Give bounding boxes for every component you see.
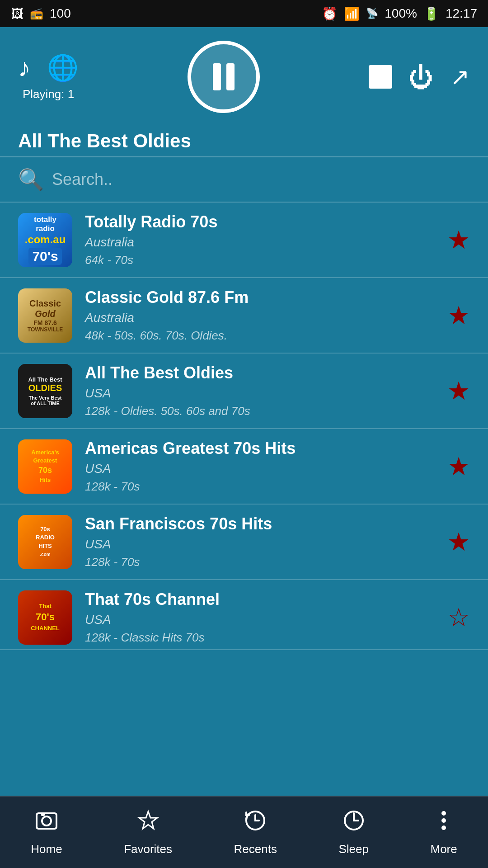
station-country: USA	[85, 462, 435, 476]
now-playing-title: All The Best Oldies	[0, 122, 488, 156]
nav-item-sleep[interactable]: Sleep	[325, 804, 382, 861]
nav-label-more: More	[430, 842, 457, 856]
station-logo: America'sGreatest70sHits	[18, 439, 72, 494]
music-note-icon[interactable]: ♪	[18, 53, 31, 82]
logo-sf-hits: 70sRADIOHITS.com	[18, 515, 72, 569]
station-info: Classic Gold 87.6 Fm Australia 48k - 50s…	[85, 288, 435, 343]
station-country: USA	[85, 613, 435, 627]
logo-americas: America'sGreatest70sHits	[18, 439, 72, 494]
nav-label-favorites: Favorites	[124, 842, 172, 856]
svg-point-9	[441, 818, 446, 823]
logo-classic-gold: Classic Gold FM 87.6 TOWNSVILLE	[18, 288, 72, 343]
station-logo: totally radio .com.au 70's	[18, 213, 72, 267]
station-logo: 70sRADIOHITS.com	[18, 515, 72, 569]
battery-icon: 🔋	[423, 6, 439, 21]
station-info: Totally Radio 70s Australia 64k - 70s	[85, 212, 435, 267]
home-icon	[35, 809, 58, 838]
nav-label-sleep: Sleep	[338, 842, 369, 856]
station-meta: 128k - 70s	[85, 555, 435, 569]
time-display: 12:17	[446, 6, 477, 21]
station-item[interactable]: That70'sCHANNEL That 70s Channel USA 128…	[0, 580, 488, 650]
station-name: Totally Radio 70s	[85, 212, 435, 231]
station-name: That 70s Channel	[85, 590, 435, 609]
station-item[interactable]: America'sGreatest70sHits Americas Greate…	[0, 429, 488, 505]
pause-button[interactable]	[188, 41, 260, 113]
status-bar: 🖼 📻 100 ⏰ 📶 📡 100% 🔋 12:17	[0, 0, 488, 27]
search-bar: 🔍	[0, 157, 488, 203]
nav-item-recents[interactable]: Recents	[221, 804, 291, 861]
search-input[interactable]	[52, 170, 470, 189]
logo-all-best-oldies: All The Best OLDIES The Very Best of ALL…	[18, 364, 72, 418]
favorite-star[interactable]: ★	[447, 527, 470, 557]
signal-icon: 📡	[366, 8, 378, 19]
content-area: ♪ 🌐 Playing: 1 ⏻ ↗ All The Best Oldies	[0, 27, 488, 796]
favorite-star[interactable]: ★	[447, 225, 470, 255]
station-item[interactable]: totally radio .com.au 70's Totally Radio…	[0, 203, 488, 278]
station-list: totally radio .com.au 70's Totally Radio…	[0, 203, 488, 650]
svg-point-8	[441, 811, 446, 816]
station-country: USA	[85, 386, 435, 401]
station-info: San Franciscos 70s Hits USA 128k - 70s	[85, 514, 435, 569]
radio-icon: 📻	[30, 7, 43, 20]
station-item[interactable]: All The Best OLDIES The Very Best of ALL…	[0, 354, 488, 429]
nav-item-home[interactable]: Home	[17, 804, 75, 861]
favorite-star[interactable]: ★	[447, 301, 470, 330]
bottom-nav: Home Favorites Recents	[0, 796, 488, 868]
logo-that70s: That70'sCHANNEL	[18, 590, 72, 645]
globe-icon[interactable]: 🌐	[47, 53, 79, 83]
station-info: That 70s Channel USA 128k - Classic Hits…	[85, 590, 435, 645]
station-name: All The Best Oldies	[85, 363, 435, 382]
station-name: San Franciscos 70s Hits	[85, 514, 435, 533]
station-meta: 128k - Classic Hits 70s	[85, 631, 435, 645]
battery-percent: 100%	[385, 6, 417, 21]
nav-item-favorites[interactable]: Favorites	[110, 804, 186, 861]
station-country: Australia	[85, 311, 435, 325]
status-bar-left: 🖼 📻 100	[11, 6, 71, 21]
station-country: Australia	[85, 235, 435, 250]
station-item[interactable]: Classic Gold FM 87.6 TOWNSVILLE Classic …	[0, 278, 488, 354]
station-logo: Classic Gold FM 87.6 TOWNSVILLE	[18, 288, 72, 343]
station-name: Americas Greatest 70s Hits	[85, 439, 435, 458]
header-controls: ♪ 🌐 Playing: 1 ⏻ ↗	[18, 41, 470, 113]
search-icon: 🔍	[18, 167, 44, 192]
wifi-icon: 📶	[344, 6, 360, 21]
svg-rect-2	[41, 813, 45, 816]
more-icon	[432, 809, 455, 838]
svg-point-10	[441, 826, 446, 830]
share-icon[interactable]: ↗	[450, 63, 470, 90]
favorite-star[interactable]: ☆	[447, 603, 470, 632]
status-bar-right: ⏰ 📶 📡 100% 🔋 12:17	[322, 6, 477, 21]
stop-icon[interactable]	[369, 65, 392, 89]
sleep-icon	[342, 809, 366, 838]
station-logo: All The Best OLDIES The Very Best of ALL…	[18, 364, 72, 418]
nav-label-recents: Recents	[234, 842, 277, 856]
station-item[interactable]: 70sRADIOHITS.com San Franciscos 70s Hits…	[0, 505, 488, 580]
station-name: Classic Gold 87.6 Fm	[85, 288, 435, 307]
header: ♪ 🌐 Playing: 1 ⏻ ↗	[0, 27, 488, 122]
logo-totally-radio: totally radio .com.au 70's	[18, 213, 72, 267]
svg-marker-3	[139, 811, 157, 829]
favorites-icon	[136, 809, 160, 838]
station-country: USA	[85, 537, 435, 552]
notification-count: 100	[50, 6, 71, 21]
station-logo: That70'sCHANNEL	[18, 590, 72, 645]
station-info: All The Best Oldies USA 128k - Oldies. 5…	[85, 363, 435, 418]
gallery-icon: 🖼	[11, 6, 23, 21]
station-meta: 48k - 50s. 60s. 70s. Oldies.	[85, 329, 435, 343]
station-info: Americas Greatest 70s Hits USA 128k - 70…	[85, 439, 435, 494]
favorite-star[interactable]: ★	[447, 452, 470, 481]
station-meta: 128k - 70s	[85, 480, 435, 494]
station-meta: 128k - Oldies. 50s. 60s and 70s	[85, 404, 435, 418]
recents-icon	[244, 809, 267, 838]
alarm-icon: ⏰	[322, 6, 338, 21]
pause-icon	[213, 63, 235, 90]
power-icon[interactable]: ⏻	[408, 62, 434, 92]
station-meta: 64k - 70s	[85, 253, 435, 267]
playing-label: Playing: 1	[23, 87, 74, 101]
nav-item-more[interactable]: More	[417, 804, 470, 861]
svg-point-1	[42, 816, 51, 826]
favorite-star[interactable]: ★	[447, 376, 470, 406]
nav-label-home: Home	[31, 842, 62, 856]
